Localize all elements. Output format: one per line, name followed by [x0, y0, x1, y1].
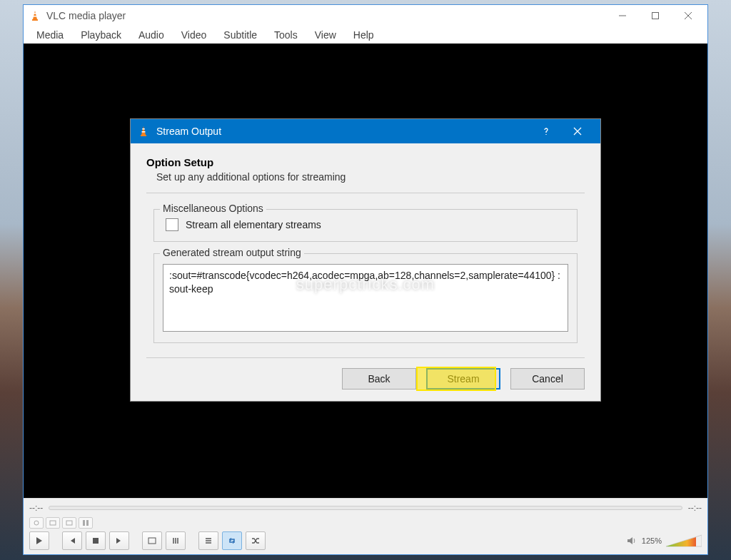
- stream-all-label: Stream all elementary streams: [186, 219, 321, 230]
- svg-rect-6: [66, 521, 72, 525]
- menu-tools[interactable]: Tools: [267, 28, 305, 42]
- svg-rect-2: [34, 16, 37, 17]
- speaker-icon[interactable]: [626, 535, 637, 546]
- vlc-cone-icon: [29, 10, 41, 21]
- svg-rect-11: [141, 135, 146, 136]
- cancel-button[interactable]: Cancel: [510, 368, 585, 390]
- menu-help[interactable]: Help: [346, 28, 381, 42]
- next-button[interactable]: [109, 531, 129, 550]
- play-button[interactable]: [29, 531, 49, 550]
- time-elapsed: --:--: [29, 503, 43, 513]
- svg-rect-8: [86, 520, 89, 526]
- time-total: --:--: [688, 503, 702, 513]
- seek-slider[interactable]: [49, 506, 682, 510]
- stream-button[interactable]: Stream: [426, 368, 500, 390]
- menubar: Media Playback Audio Video Subtitle Tool…: [24, 26, 707, 44]
- menu-video[interactable]: Video: [174, 28, 214, 42]
- window-title: VLC media player: [46, 10, 126, 21]
- svg-rect-0: [32, 19, 38, 21]
- svg-rect-3: [652, 13, 659, 19]
- volume-slider[interactable]: [666, 534, 702, 548]
- stream-all-checkbox[interactable]: [166, 218, 178, 231]
- prev-button[interactable]: [62, 531, 82, 550]
- svg-rect-10: [148, 538, 156, 544]
- svg-rect-12: [142, 128, 145, 130]
- divider: [146, 193, 585, 193]
- svg-rect-9: [93, 538, 99, 544]
- stream-output-dialog: Stream Output Option Setup Set up any ad…: [130, 118, 601, 402]
- menu-view[interactable]: View: [308, 28, 343, 42]
- svg-rect-5: [50, 521, 56, 525]
- menu-media[interactable]: Media: [29, 28, 71, 42]
- tiny-btn-2[interactable]: [46, 517, 60, 529]
- minimize-button[interactable]: [606, 6, 639, 26]
- dialog-close-button[interactable]: [562, 121, 593, 142]
- volume-percent: 125%: [642, 536, 662, 545]
- misc-options-group: Miscellaneous Options Stream all element…: [153, 209, 578, 242]
- tiny-btn-1[interactable]: [29, 517, 44, 529]
- dialog-subheading: Set up any additional options for stream…: [146, 171, 585, 183]
- vlc-cone-icon: [138, 126, 149, 137]
- output-group-title: Generated stream output string: [160, 247, 304, 258]
- svg-rect-13: [142, 131, 146, 133]
- fullscreen-button[interactable]: [142, 531, 162, 550]
- back-button[interactable]: Back: [342, 368, 416, 390]
- svg-rect-1: [34, 13, 36, 14]
- dialog-titlebar[interactable]: Stream Output: [131, 119, 600, 143]
- dialog-help-button[interactable]: [530, 121, 562, 142]
- svg-point-4: [34, 521, 39, 525]
- menu-audio[interactable]: Audio: [131, 28, 171, 42]
- svg-rect-7: [83, 520, 85, 526]
- tiny-btn-4[interactable]: [79, 517, 93, 529]
- bottom-controls: --:-- --:-- 125%: [24, 498, 707, 554]
- playlist-button[interactable]: [198, 531, 218, 550]
- loop-button[interactable]: [222, 531, 242, 550]
- output-string-textarea[interactable]: [163, 264, 568, 332]
- titlebar[interactable]: VLC media player: [24, 5, 707, 26]
- menu-playback[interactable]: Playback: [74, 28, 128, 42]
- close-button[interactable]: [672, 6, 705, 26]
- tiny-btn-3[interactable]: [62, 517, 76, 529]
- stop-button[interactable]: [86, 531, 106, 550]
- maximize-button[interactable]: [639, 6, 672, 26]
- ext-settings-button[interactable]: [166, 531, 186, 550]
- shuffle-button[interactable]: [246, 531, 266, 550]
- output-string-group: Generated stream output string: [153, 253, 578, 343]
- menu-subtitle[interactable]: Subtitle: [216, 28, 264, 42]
- dialog-heading: Option Setup: [146, 156, 585, 168]
- dialog-title: Stream Output: [156, 126, 221, 137]
- misc-group-title: Miscellaneous Options: [160, 203, 266, 214]
